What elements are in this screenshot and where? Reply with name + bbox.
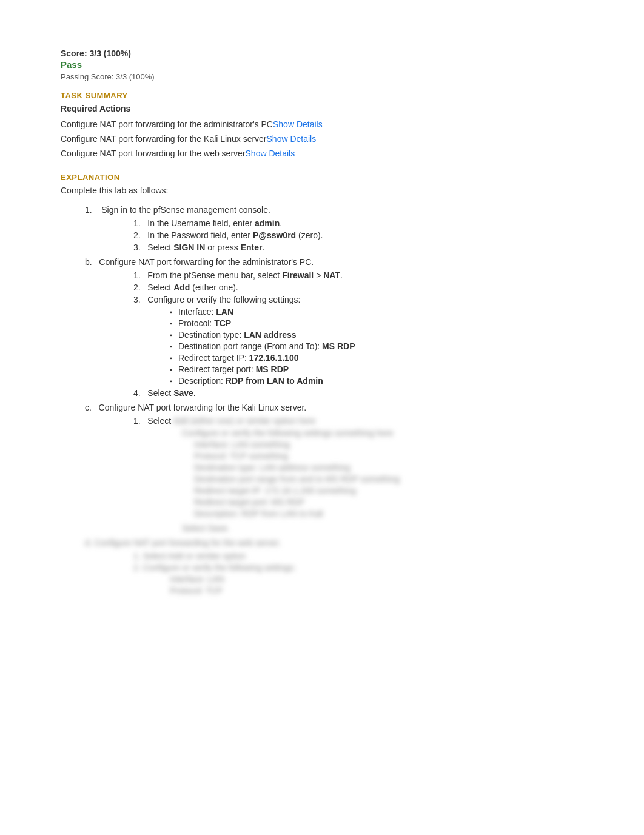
show-details-link-3[interactable]: Show Details — [246, 149, 295, 158]
action-item-3: Configure NAT port forwarding for the we… — [61, 149, 583, 158]
step-c-sub-1: 1. Select Add (either one) or similar op… — [133, 416, 583, 426]
show-details-link-2[interactable]: Show Details — [267, 134, 317, 144]
step-b-sub-1: 1. From the pfSense menu bar, select Fir… — [133, 270, 583, 280]
alpha-steps: b. Configure NAT port forwarding for the… — [85, 257, 583, 595]
blurred-d-sub-1: 1. Select Add or similar option — [133, 551, 583, 561]
complete-lab-text: Complete this lab as follows: — [61, 186, 583, 195]
explanation-section: EXPLANATION Complete this lab as follows… — [61, 173, 583, 595]
action-text-2: Configure NAT port forwarding for the Ka… — [61, 134, 267, 144]
pass-label: Pass — [61, 59, 583, 70]
blurred-line-2: Interface: LAN something — [194, 440, 583, 449]
blurred-d-bullet-1: Interface: LAN — [170, 574, 583, 584]
blurred-block-1: Configure or verify the following settin… — [182, 428, 583, 533]
bullet-redirect-port: ▪ Redirect target port: MS RDP — [170, 364, 583, 374]
action-item-1: Configure NAT port forwarding for the ad… — [61, 119, 583, 129]
blurred-line-4: Destination type: LAN address something — [194, 463, 583, 472]
step-b-sub-3: 3. Configure or verify the following set… — [133, 295, 583, 386]
step-c: c. Configure NAT port forwarding for the… — [85, 403, 583, 595]
step-b-label: b. Configure NAT port forwarding for the… — [85, 257, 314, 267]
blurred-d-sub-2: 2. Configure or verify the following set… — [133, 563, 583, 572]
action-text-1: Configure NAT port forwarding for the ad… — [61, 119, 273, 129]
step-b: b. Configure NAT port forwarding for the… — [85, 257, 583, 398]
blurred-line-5: Destination port range from and to MS RD… — [194, 474, 583, 484]
blurred-line-3: Protocol: TCP something — [194, 451, 583, 461]
step-1: 1. Sign in to the pfSense management con… — [85, 205, 583, 252]
bullet-dest-port: ▪ Destination port range (From and To): … — [170, 341, 583, 351]
blurred-step-d-content: 1. Select Add or similar option 2. Confi… — [133, 551, 583, 595]
step-1-sub-2: 2. In the Password field, enter P@ssw0rd… — [133, 230, 583, 240]
show-details-link-1[interactable]: Show Details — [273, 119, 323, 129]
blurred-line-8: Description: RDP from LAN to Kali — [194, 509, 583, 518]
step-1-sub-3: 3. Select SIGN IN or press Enter. — [133, 243, 583, 252]
action-text-3: Configure NAT port forwarding for the we… — [61, 149, 246, 158]
step-b-sub-2: 2. Select Add (either one). — [133, 283, 583, 292]
explanation-heading: EXPLANATION — [61, 173, 583, 182]
blurred-line-7: Redirect target port: MS RDP — [194, 497, 583, 507]
blurred-d-bullets: Interface: LAN Protocol: TCP — [170, 574, 583, 595]
score-section: Score: 3/3 (100%) Pass Passing Score: 3/… — [61, 49, 583, 81]
bullet-protocol: ▪ Protocol: TCP — [170, 318, 583, 328]
bullet-interface: ▪ Interface: LAN — [170, 307, 583, 317]
blurred-line-1: Configure or verify the following settin… — [182, 428, 583, 438]
blurred-save: Select Save. — [182, 523, 583, 533]
bullet-description: ▪ Description: RDP from LAN to Admin — [170, 376, 583, 386]
step-1-sub-1: 1. In the Username field, enter admin. — [133, 218, 583, 228]
required-actions-heading: Required Actions — [61, 104, 583, 113]
bullet-dest-type: ▪ Destination type: LAN address — [170, 330, 583, 340]
action-item-2: Configure NAT port forwarding for the Ka… — [61, 134, 583, 144]
step-1-label: 1. Sign in to the pfSense management con… — [85, 205, 270, 215]
step-b-sub-4: 4. Select Save. — [133, 388, 583, 398]
blurred-step-d-label: d. Configure NAT port forwarding for the… — [85, 538, 583, 548]
step-c-label: c. Configure NAT port forwarding for the… — [85, 403, 306, 412]
task-summary-heading: TASK SUMMARY — [61, 91, 583, 100]
blurred-d-bullet-2: Protocol: TCP — [170, 586, 583, 595]
passing-score: Passing Score: 3/3 (100%) — [61, 72, 583, 81]
step-d-blurred: d. Configure NAT port forwarding for the… — [85, 538, 583, 595]
blurred-line-6: Redirect target IP: 172.16.1.200 somethi… — [194, 486, 583, 495]
task-summary-section: TASK SUMMARY Required Actions Configure … — [61, 91, 583, 158]
bullet-redirect-ip: ▪ Redirect target IP: 172.16.1.100 — [170, 353, 583, 363]
score-label: Score: 3/3 (100%) — [61, 49, 583, 58]
blurred-content-c1: Add (either one) or similar option here — [173, 416, 315, 426]
